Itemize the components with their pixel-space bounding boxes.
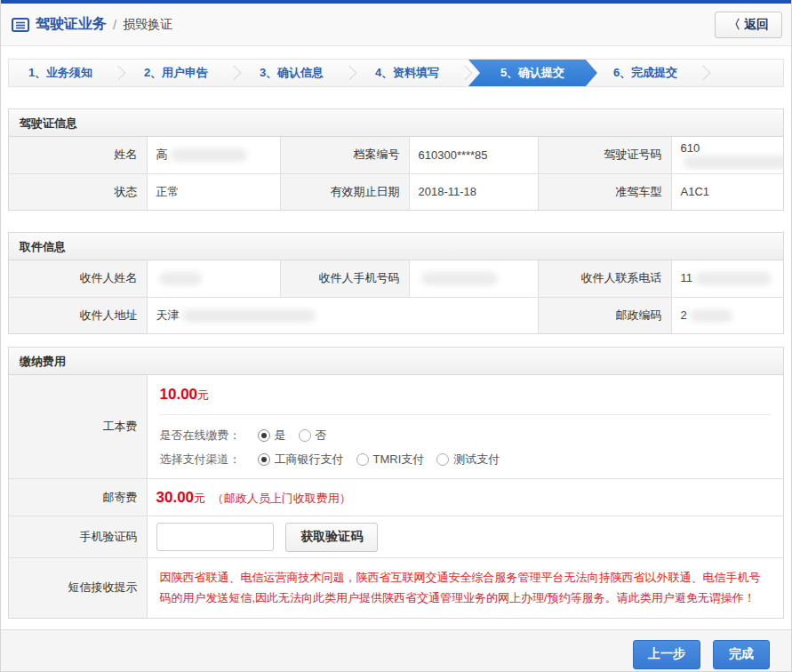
- redacted-value: [690, 309, 732, 323]
- radio-online-yes-label: 是: [275, 428, 286, 444]
- step-3-confirm-info[interactable]: 3、确认信息: [240, 65, 343, 81]
- pickup-info-section: 取件信息 收件人姓名 收件人手机号码 收件人联系电话 11 收件人地址 天津 邮…: [8, 232, 784, 334]
- field-label-mail-fee: 邮寄费: [9, 479, 147, 516]
- radio-channel-tmri[interactable]: [356, 453, 369, 466]
- step-2-user-declaration[interactable]: 2、用户申告: [124, 65, 228, 81]
- step-wizard: 1、业务须知 2、用户申告 3、确认信息 4、资料填写 5、确认提交 6、完成提…: [8, 59, 784, 87]
- radio-channel-icbc-label: 工商银行支付: [275, 452, 344, 468]
- field-value-name: 高: [147, 137, 280, 173]
- redacted-value: [695, 272, 772, 285]
- field-value-status: 正常: [147, 173, 280, 210]
- back-button-label: 返回: [744, 17, 769, 33]
- step-6-complete-submit[interactable]: 6、完成提交: [594, 65, 697, 81]
- radio-online-no-label: 否: [316, 428, 327, 444]
- field-label-postal-code: 邮政编码: [538, 297, 671, 333]
- divider: [160, 414, 772, 415]
- chevron-separator-icon: [227, 66, 242, 81]
- field-label-recipient-phone: 收件人联系电话: [538, 260, 671, 297]
- get-sms-code-button[interactable]: 获取验证码: [285, 523, 378, 552]
- page: 驾驶证业务 / 损毁换证 〈 返回 1、业务须知 2、用户申告 3、确认信息 4…: [0, 0, 792, 672]
- breadcrumb-divider: /: [113, 17, 116, 32]
- online-payment-choice: 是否在线缴费： 是 否: [160, 428, 772, 444]
- sms-code-cell: 获取验证码: [147, 516, 783, 558]
- chevron-separator-icon: [458, 66, 473, 81]
- online-payment-question: 是否在线缴费：: [160, 428, 245, 444]
- finish-button[interactable]: 完成: [713, 640, 770, 669]
- table-row: 短信接收提示 因陕西省联通、电信运营商技术问题，陕西省互联网交通安全综合服务管理…: [9, 558, 783, 618]
- mail-fee-cell: 30.00元 （邮政人员上门收取费用）: [147, 479, 783, 516]
- redacted-value: [684, 156, 784, 169]
- field-value-license-number: 610: [671, 137, 783, 173]
- radio-channel-icbc[interactable]: [258, 453, 270, 466]
- table-row: 状态 正常 有效期止日期 2018-11-18 准驾车型 A1C1: [9, 173, 783, 210]
- field-label-license-number: 驾驶证号码: [538, 137, 671, 173]
- field-label-recipient-name: 收件人姓名: [9, 260, 147, 297]
- breadcrumb-current: 损毁换证: [123, 17, 172, 33]
- chevron-separator-icon: [342, 66, 357, 81]
- chevron-separator-icon: [111, 66, 126, 81]
- field-value-recipient-address: 天津: [147, 297, 538, 333]
- chevron-separator-icon: [696, 66, 711, 81]
- table-row: 工本费 10.00元 是否在线缴费： 是 否 选择支付渠道： 工商银行支付: [9, 375, 783, 479]
- pickup-info-table: 收件人姓名 收件人手机号码 收件人联系电话 11 收件人地址 天津 邮政编码 2: [9, 260, 783, 333]
- table-row: 手机验证码 获取验证码: [9, 516, 783, 558]
- field-label-expiry-date: 有效期止日期: [280, 173, 409, 210]
- payment-channel-question: 选择支付渠道：: [160, 452, 245, 468]
- radio-channel-test[interactable]: [436, 453, 449, 466]
- fees-title: 缴纳费用: [9, 348, 783, 375]
- production-fee-cell: 10.00元 是否在线缴费： 是 否 选择支付渠道： 工商银行支付: [147, 375, 783, 479]
- radio-channel-test-label: 测试支付: [453, 452, 500, 468]
- page-title: 驾驶证业务: [36, 15, 107, 34]
- field-value-expiry-date: 2018-11-18: [409, 173, 538, 210]
- radio-online-yes[interactable]: [258, 429, 270, 442]
- field-label-recipient-mobile: 收件人手机号码: [280, 260, 409, 297]
- sms-notice-text: 因陕西省联通、电信运营商技术问题，陕西省互联网交通安全综合服务管理平台无法向持陕…: [147, 558, 783, 618]
- step-5-confirm-submit-active[interactable]: 5、确认提交: [468, 59, 597, 87]
- field-value-recipient-name: [147, 260, 280, 297]
- field-label-recipient-address: 收件人地址: [9, 297, 147, 333]
- chevron-left-icon: 〈: [728, 17, 740, 33]
- license-info-table: 姓名 高 档案编号 610300****85 驾驶证号码 610 状态 正常 有…: [9, 137, 783, 210]
- field-value-vehicle-class: A1C1: [671, 173, 783, 210]
- redacted-value: [159, 272, 202, 285]
- mail-fee-note: （邮政人员上门收取费用）: [212, 492, 351, 505]
- redacted-value: [421, 272, 498, 285]
- field-value-recipient-mobile: [409, 260, 538, 297]
- field-label-file-number: 档案编号: [280, 137, 409, 173]
- sms-code-input[interactable]: [156, 523, 274, 551]
- license-info-section: 驾驶证信息 姓名 高 档案编号 610300****85 驾驶证号码 610 状…: [8, 108, 784, 211]
- header: 驾驶证业务 / 损毁换证 〈 返回: [1, 4, 791, 46]
- license-info-title: 驾驶证信息: [9, 109, 783, 137]
- radio-online-no[interactable]: [299, 429, 311, 442]
- table-row: 姓名 高 档案编号 610300****85 驾驶证号码 610: [9, 137, 783, 173]
- fees-section: 缴纳费用 工本费 10.00元 是否在线缴费： 是 否 选择支付渠道：: [8, 347, 784, 619]
- table-row: 邮寄费 30.00元 （邮政人员上门收取费用）: [9, 479, 783, 516]
- back-button[interactable]: 〈 返回: [715, 12, 782, 38]
- field-label-status: 状态: [9, 173, 147, 210]
- field-value-recipient-phone: 11: [671, 260, 783, 297]
- fees-table: 工本费 10.00元 是否在线缴费： 是 否 选择支付渠道： 工商银行支付: [9, 375, 783, 618]
- mail-fee-amount: 30.00: [156, 489, 195, 506]
- field-label-vehicle-class: 准驾车型: [538, 173, 671, 210]
- production-fee-amount: 10.00元: [160, 386, 772, 404]
- list-icon: [12, 18, 29, 32]
- field-label-sms-notice: 短信接收提示: [9, 558, 147, 618]
- table-row: 收件人姓名 收件人手机号码 收件人联系电话 11: [9, 260, 783, 297]
- field-label-name: 姓名: [9, 137, 147, 173]
- redacted-value: [171, 148, 247, 162]
- footer-bar: 上一步 完成: [1, 629, 791, 671]
- redacted-value: [182, 309, 316, 323]
- field-label-production-fee: 工本费: [9, 375, 147, 479]
- pickup-info-title: 取件信息: [9, 233, 783, 260]
- field-value-file-number: 610300****85: [409, 137, 538, 173]
- field-label-sms-code: 手机验证码: [9, 516, 147, 558]
- step-4-fill-materials[interactable]: 4、资料填写: [356, 65, 459, 81]
- table-row: 收件人地址 天津 邮政编码 2: [9, 297, 783, 333]
- radio-channel-tmri-label: TMRI支付: [373, 452, 425, 468]
- payment-channel-choice: 选择支付渠道： 工商银行支付 TMRI支付 测试支付: [160, 452, 772, 468]
- field-value-postal-code: 2: [671, 297, 783, 333]
- previous-step-button[interactable]: 上一步: [633, 640, 700, 669]
- step-1-business-notice[interactable]: 1、业务须知: [9, 65, 112, 81]
